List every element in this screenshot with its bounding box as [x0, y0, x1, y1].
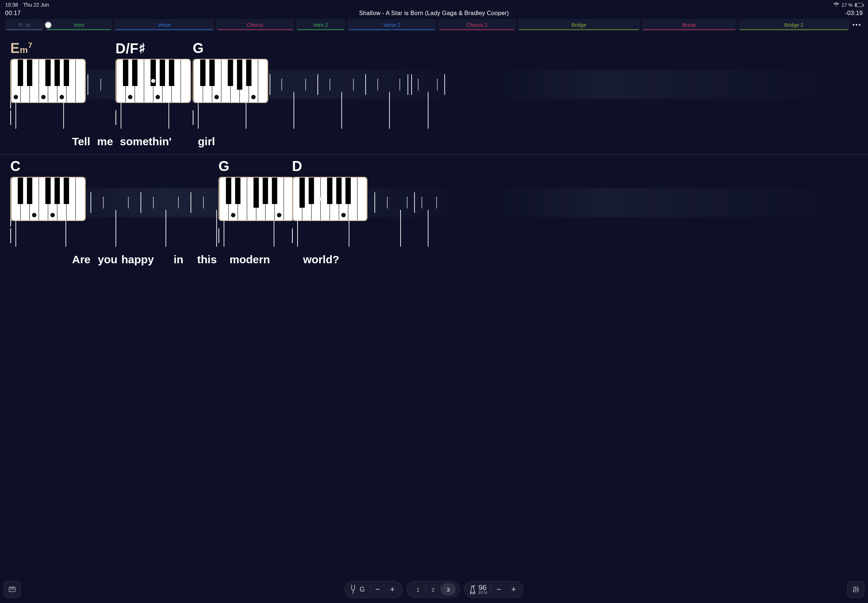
chord-card[interactable]: G [193, 40, 268, 103]
svg-rect-30 [169, 60, 174, 86]
section-label: Verse 2 [383, 22, 401, 28]
lyric-word: happy [121, 254, 154, 266]
svg-point-15 [41, 95, 46, 99]
svg-rect-91 [299, 178, 305, 208]
keyboard-diagram [193, 59, 268, 103]
song-title: Shallow - A Star is Born (Lady Gaga & Br… [34, 10, 482, 17]
section-verse[interactable]: Verse [114, 19, 214, 31]
svg-rect-29 [159, 60, 165, 86]
section-verse-2[interactable]: Verse 2 [347, 19, 436, 31]
svg-rect-95 [345, 178, 351, 204]
svg-rect-90 [357, 178, 366, 220]
section-chorus[interactable]: Chorus [216, 19, 294, 31]
section-label: Chorus 2 [467, 22, 482, 28]
svg-rect-12 [54, 60, 60, 86]
svg-rect-44 [209, 60, 215, 86]
svg-rect-63 [63, 178, 69, 204]
svg-rect-26 [123, 60, 128, 86]
chord-name: Em7 [10, 40, 86, 58]
lyric-word: this [197, 254, 217, 266]
lyric-word: you [98, 254, 117, 266]
svg-rect-11 [45, 60, 51, 86]
lyric-word: girl [198, 135, 215, 148]
lyric-word: world? [303, 254, 339, 266]
svg-rect-79 [272, 178, 277, 204]
svg-point-31 [128, 95, 132, 99]
status-time: 10:38 [5, 2, 18, 8]
svg-point-14 [14, 95, 18, 99]
lyric-word: in [173, 254, 184, 266]
svg-rect-74 [284, 178, 293, 220]
chord-row-1: Em7D/F♯G Tellmesomethin'girl [0, 37, 482, 155]
svg-rect-60 [27, 178, 32, 204]
svg-rect-43 [200, 60, 206, 86]
svg-point-80 [231, 213, 235, 217]
svg-rect-42 [258, 60, 267, 102]
chord-name: D/F♯ [116, 40, 191, 58]
chord-card[interactable]: Em7 [10, 40, 86, 103]
section-intro-2[interactable]: Intro 2 [296, 19, 346, 31]
svg-rect-77 [254, 178, 259, 208]
chord-card[interactable]: D/F♯ [116, 40, 191, 103]
svg-rect-45 [227, 60, 233, 86]
chord-card[interactable]: C [10, 158, 86, 221]
svg-point-65 [50, 213, 55, 217]
svg-point-48 [214, 95, 219, 99]
svg-rect-75 [226, 178, 231, 204]
section-intro[interactable]: Intro [46, 19, 113, 31]
svg-rect-27 [132, 60, 138, 86]
section-timeline[interactable]: P...ntIntroVerseChorusIntro 2Verse 2Chor… [5, 19, 482, 31]
chord-row-2: CGD Areyouhappyinthismodernworld? [0, 155, 482, 272]
status-bar: 10:38 Thu 22 Jun 17 % [0, 0, 482, 8]
svg-point-32 [156, 95, 160, 99]
svg-point-33 [151, 79, 155, 83]
svg-point-96 [341, 213, 346, 217]
section-chorus-2[interactable]: Chorus 2 [438, 19, 482, 31]
svg-rect-61 [45, 178, 51, 204]
svg-rect-47 [246, 60, 252, 86]
svg-rect-46 [237, 60, 242, 90]
keyboard-diagram [10, 177, 86, 221]
section-label: Intro [74, 22, 84, 28]
chord-name: D [292, 158, 367, 176]
svg-point-49 [251, 95, 255, 99]
svg-rect-58 [76, 178, 85, 220]
keyboard-diagram [292, 177, 367, 221]
keyboard-diagram [10, 59, 86, 103]
lyric-word: modern [229, 254, 270, 266]
title-row: 00:17 Shallow - A Star is Born (Lady Gag… [0, 9, 482, 18]
section-p-nt[interactable]: P...nt [5, 19, 44, 31]
svg-point-16 [60, 95, 64, 99]
svg-rect-93 [327, 178, 333, 204]
svg-rect-10 [27, 60, 32, 86]
svg-rect-76 [235, 178, 241, 204]
lyric-word: Are [72, 254, 90, 266]
section-label: Chorus [247, 22, 263, 28]
svg-rect-13 [63, 60, 69, 86]
svg-point-64 [32, 213, 36, 217]
lyric-word: me [97, 135, 113, 148]
svg-point-81 [277, 213, 282, 217]
svg-rect-94 [336, 178, 342, 204]
chord-card[interactable]: D [292, 158, 367, 221]
chord-name: G [193, 40, 268, 58]
svg-rect-9 [18, 60, 23, 86]
keyboard-diagram [116, 59, 191, 103]
section-label: Intro 2 [313, 22, 328, 28]
chord-name: G [218, 158, 294, 176]
lyric-word: somethin' [120, 135, 172, 148]
chord-card[interactable]: G [218, 158, 294, 221]
svg-rect-25 [181, 60, 190, 102]
keyboard-diagram [218, 177, 294, 221]
svg-rect-62 [54, 178, 60, 204]
svg-rect-78 [263, 178, 268, 204]
section-label: P...nt [19, 22, 31, 28]
status-date: Thu 22 Jun [23, 2, 49, 8]
svg-rect-59 [18, 178, 23, 204]
section-label: Verse [158, 22, 171, 28]
lyric-word: Tell [72, 135, 90, 148]
elapsed-time: 00:17 [5, 10, 34, 17]
svg-rect-92 [309, 178, 314, 204]
svg-point-97 [319, 197, 323, 201]
svg-rect-8 [76, 60, 85, 102]
